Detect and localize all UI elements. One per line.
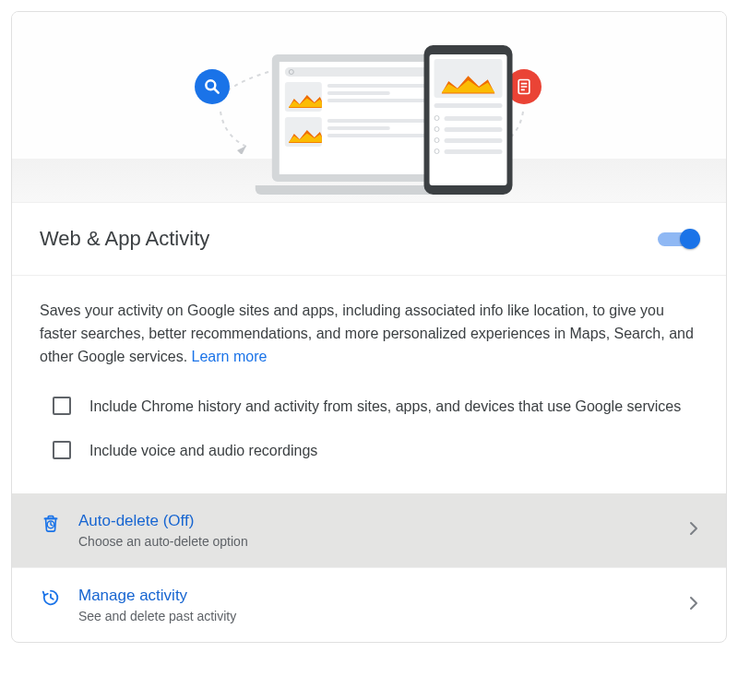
title-row: Web & App Activity <box>12 202 726 276</box>
option-voice-audio[interactable]: Include voice and audio recordings <box>40 429 698 473</box>
checkbox-icon[interactable] <box>53 441 71 459</box>
auto-delete-subtitle: Choose an auto-delete option <box>78 534 689 549</box>
search-icon <box>195 69 230 104</box>
checkbox-icon[interactable] <box>53 397 71 415</box>
learn-more-link[interactable]: Learn more <box>192 349 268 364</box>
phone-illustration <box>424 45 513 195</box>
description-text: Saves your activity on Google sites and … <box>40 303 694 364</box>
auto-delete-row[interactable]: Auto-delete (Off) Choose an auto-delete … <box>12 493 726 567</box>
manage-activity-title: Manage activity <box>78 587 689 605</box>
activity-toggle[interactable] <box>658 228 698 250</box>
manage-activity-row[interactable]: Manage activity See and delete past acti… <box>12 567 726 642</box>
auto-delete-icon <box>40 512 62 534</box>
description-block: Saves your activity on Google sites and … <box>12 276 726 381</box>
settings-card: Web & App Activity Saves your activity o… <box>11 11 727 643</box>
chevron-right-icon <box>689 521 698 540</box>
option-chrome-history[interactable]: Include Chrome history and activity from… <box>40 385 698 429</box>
page-title: Web & App Activity <box>40 227 209 251</box>
options-list: Include Chrome history and activity from… <box>12 381 726 493</box>
auto-delete-title: Auto-delete (Off) <box>78 512 689 530</box>
chevron-right-icon <box>689 596 698 614</box>
svg-line-1 <box>215 89 219 93</box>
manage-activity-subtitle: See and delete past activity <box>78 609 689 623</box>
history-icon <box>40 587 62 609</box>
option-label: Include voice and audio recordings <box>89 440 317 462</box>
option-label: Include Chrome history and activity from… <box>89 396 681 418</box>
header-illustration <box>12 12 726 202</box>
